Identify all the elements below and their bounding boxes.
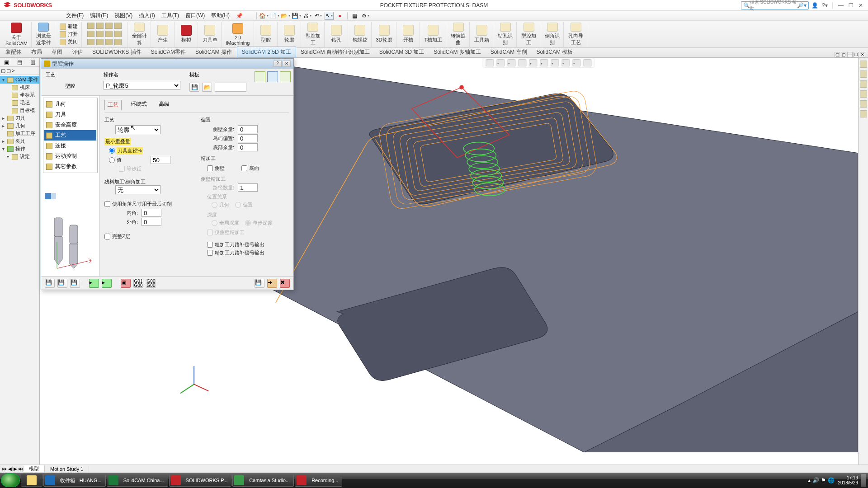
tab-ctl-1[interactable]: ▢ <box>835 52 840 57</box>
template-open-icon[interactable]: 📂 <box>202 83 212 92</box>
btn-g00[interactable]: G00 G00 <box>146 279 156 288</box>
head-action-1-icon[interactable] <box>255 71 265 82</box>
tray-icons[interactable]: ▴🔊⚑🌐 <box>807 477 835 483</box>
tree-tool[interactable]: ▸刀具 <box>0 114 39 122</box>
pinned-explorer[interactable] <box>21 474 42 487</box>
task-camtasia[interactable]: Camtasia Studio... <box>232 474 294 487</box>
menu-view[interactable]: 视图(V) <box>112 11 135 20</box>
head-action-2-icon[interactable] <box>267 71 278 82</box>
btab-model[interactable]: 模型 <box>24 465 45 472</box>
vt-display-style-icon[interactable] <box>529 59 537 66</box>
nav-view-mode[interactable] <box>43 191 98 202</box>
rbtn-toolbox[interactable]: 工具箱 <box>471 22 493 47</box>
value-input[interactable] <box>151 156 170 164</box>
chk-finish-comp[interactable] <box>207 250 213 256</box>
nav-tool[interactable]: 刀具 <box>44 109 96 120</box>
head-action-3-icon[interactable] <box>280 71 291 82</box>
btn-save2-icon[interactable]: 💾 <box>57 279 67 288</box>
rbtn-pocketmill[interactable]: 型腔加 工 <box>302 22 325 47</box>
island-offset-input[interactable] <box>238 134 258 142</box>
tab-ctl-5[interactable]: ✕ <box>860 52 865 57</box>
btn-export-icon[interactable]: 💾 <box>255 279 264 288</box>
user-icon[interactable]: 👤 <box>811 2 819 9</box>
close-icon[interactable]: ✕ <box>857 2 864 9</box>
nav-technology[interactable]: 工艺 <box>44 130 96 141</box>
help-search[interactable]: 🔍 搜索 SOLIDWORKS 帮助 🔎▾ <box>741 1 809 9</box>
cmdtab-6[interactable]: SolidCAM 操作 <box>191 47 237 57</box>
chk-full-z[interactable] <box>104 234 110 239</box>
task-recording[interactable]: Recording... <box>295 474 342 487</box>
rbtn-calc-all[interactable]: 全部计 算 <box>128 22 151 47</box>
nav-last-icon[interactable]: ⏭ <box>18 466 24 471</box>
rbtn-pocket[interactable]: 型腔 <box>255 22 278 47</box>
menu-help[interactable]: 帮助(H) <box>208 11 232 20</box>
nav-motion[interactable]: 运动控制 <box>44 151 96 161</box>
tab-ctl-3[interactable]: — <box>847 52 853 57</box>
nav-geometry[interactable]: 几何 <box>44 99 96 109</box>
taskpane-4-icon[interactable] <box>860 90 867 98</box>
vt-zoom-area-icon[interactable] <box>496 59 505 66</box>
vt-zoom-fit-icon[interactable] <box>486 59 494 66</box>
tab-spiral[interactable]: 环绕式 <box>128 99 150 110</box>
residual-select[interactable]: 无 <box>115 185 160 194</box>
task-excel[interactable]: SolidCAM China... <box>107 474 168 487</box>
rbtn-generate[interactable]: 产生 <box>152 22 175 47</box>
tree-setup[interactable]: ▾设定 <box>0 153 39 160</box>
wall-allow-input[interactable] <box>238 125 258 133</box>
restore-icon[interactable]: ❐ <box>847 2 854 9</box>
vt-view-settings-icon[interactable] <box>572 59 580 66</box>
rbtn-about[interactable]: 关于 SolidCAM <box>2 22 32 47</box>
chk-wall-finish[interactable] <box>207 165 213 171</box>
rbtn-drillrec[interactable]: 钻孔识 别 <box>494 22 517 47</box>
btn-calc2-icon[interactable]: ▸ <box>102 279 112 288</box>
menu-file[interactable]: 文件(F) <box>63 11 86 20</box>
cmdtab-12[interactable]: SolidCAM 模板 <box>532 47 578 57</box>
tree-stock[interactable]: 毛坯 <box>0 99 39 107</box>
panel-tab-3[interactable]: ▥ <box>26 58 39 66</box>
cmdtab-7[interactable]: SolidCAM 2.5D 加工 <box>237 47 296 57</box>
tab-ctl-4[interactable]: ❐ <box>854 52 859 57</box>
rbtn-3dprofile[interactable]: 3D轮廓 <box>373 22 396 47</box>
start-button[interactable] <box>1 474 20 487</box>
task-solidworks[interactable]: SOLIDWORKS P... <box>169 474 232 487</box>
rbtn-convert[interactable]: 转换旋 曲 <box>447 22 470 47</box>
tb-print-icon[interactable]: 🖨 <box>303 12 312 20</box>
rbtn-holewiz[interactable]: 孔向导 工艺 <box>565 22 587 47</box>
panel-stab-3[interactable]: > <box>12 68 14 74</box>
template-save-icon[interactable]: 💾 <box>189 83 199 92</box>
radio-tool-pct[interactable] <box>109 148 115 154</box>
btn-cancel-icon[interactable]: ✖ <box>280 279 290 288</box>
tb-select-icon[interactable]: ↖ <box>325 12 334 20</box>
cmdtab-0[interactable]: 装配体 <box>1 47 27 57</box>
cmdtab-3[interactable]: 评估 <box>67 47 88 57</box>
panel-tab-2[interactable]: ▤ <box>13 58 26 66</box>
rbtn-slot[interactable]: 开槽 <box>397 22 420 47</box>
chk-rough-comp[interactable] <box>207 242 213 248</box>
tree-fixture[interactable]: ▸夹具 <box>0 137 39 145</box>
technology-type-select[interactable]: 轮廓 <box>115 125 160 134</box>
rbtn-pocketrec[interactable]: 型腔加 工 <box>518 22 540 47</box>
chk-corner-size[interactable] <box>104 201 110 207</box>
cmdtab-5[interactable]: SolidCAM零件 <box>146 47 191 57</box>
cmdtab-9[interactable]: SolidCAM 3D 加工 <box>375 47 429 57</box>
nav-other[interactable]: 其它参数 <box>44 161 96 172</box>
taskpane-6-icon[interactable] <box>860 110 867 117</box>
bottom-allow-input[interactable] <box>238 143 258 151</box>
vt-edit-appearance-icon[interactable] <box>551 59 559 66</box>
cmdtab-1[interactable]: 布局 <box>27 47 47 57</box>
tree-root[interactable]: ▾CAM-零件 <box>0 76 39 84</box>
rbtn-drill[interactable]: 钻孔 <box>326 22 348 47</box>
nav-first-icon[interactable]: ⏮ <box>2 466 7 471</box>
vt-apply-scene-icon[interactable] <box>561 59 570 66</box>
vt-prev-view-icon[interactable] <box>507 59 515 66</box>
tb-new-icon[interactable]: 📄 <box>270 12 279 20</box>
vt-section-icon[interactable] <box>518 59 526 66</box>
rbtn-chamferrec[interactable]: 倒角识 别 <box>541 22 564 47</box>
menu-pin-icon[interactable]: 📌 <box>233 12 245 20</box>
menu-insert[interactable]: 插入(I) <box>136 11 157 20</box>
nav-link[interactable]: 连接 <box>44 141 96 151</box>
tree-coord[interactable]: 坐标系 <box>0 91 39 99</box>
feature-tree[interactable]: ▾CAM-零件 机床 坐标系 毛坯 目标模 ▸刀具 ▸几何 加工工序 ▸夹具 ▾… <box>0 75 39 161</box>
panel-stab-2[interactable]: ▢ <box>6 68 11 74</box>
nav-next-icon[interactable]: ▶ <box>13 466 18 471</box>
